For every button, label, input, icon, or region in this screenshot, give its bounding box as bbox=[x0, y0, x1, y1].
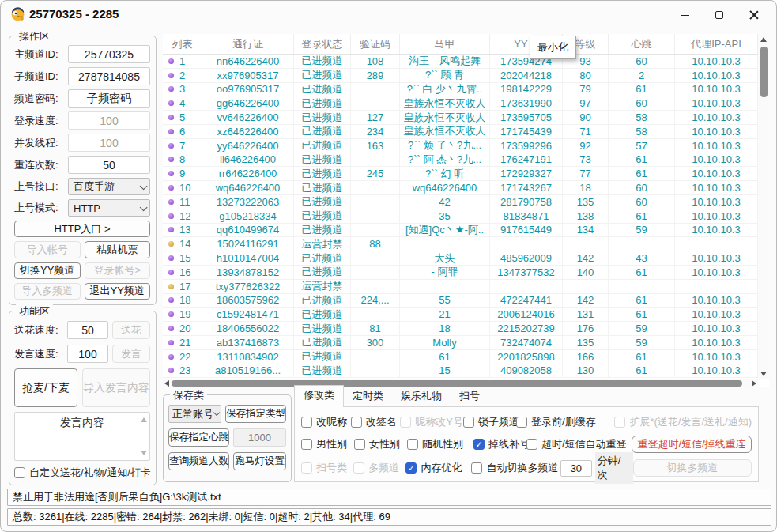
checkbox-label: 扫号类 bbox=[316, 461, 347, 475]
speech-content-text: 发言内容 bbox=[60, 416, 104, 428]
checkbox-label: 男性别 bbox=[316, 437, 347, 451]
speak-speed-input[interactable]: 100 bbox=[67, 345, 108, 363]
table-row[interactable]: 19c1592481471已进频道2120061240161316110.10.… bbox=[163, 308, 758, 322]
row-index-cell: 13 bbox=[163, 224, 202, 237]
main-channel-input[interactable]: 25770325 bbox=[68, 45, 150, 63]
login-api-select[interactable]: 百度手游 bbox=[68, 178, 150, 195]
table-row[interactable]: 4gg646226400已进频道皇族永恒不灭收人173631990976010.… bbox=[163, 96, 758, 111]
table-row[interactable]: 2xx976905317已进频道289?`` 顾 青20204421880210… bbox=[163, 69, 758, 83]
interval-minutes-input[interactable]: 30 bbox=[560, 460, 592, 477]
table-row[interactable]: 7yy646226400已进频道163?`` 烦 了丶?九...17359929… bbox=[163, 139, 758, 153]
table-row[interactable]: 21ab137416873已进频道300Molly732474074135591… bbox=[163, 336, 758, 350]
tab-modify[interactable]: 修改类 bbox=[294, 385, 344, 407]
col-vest[interactable]: 马甲 bbox=[400, 34, 490, 54]
query-channel-count-button[interactable]: 查询频道人数 bbox=[168, 452, 229, 470]
account-type-select[interactable]: 正常账号 bbox=[168, 405, 221, 423]
table-cell: a810519166... bbox=[202, 364, 294, 378]
option-checkbox[interactable]: 登录前/删缓存 bbox=[516, 415, 614, 429]
scroll-right-icon[interactable] bbox=[752, 380, 756, 387]
table-row[interactable]: 6xz646226400已进频道234皇族永恒不灭收人1717454397158… bbox=[163, 125, 758, 139]
table-row[interactable]: 23a810519166...已进频道154090820581306110.10… bbox=[163, 364, 758, 379]
table-row[interactable]: 1613934878152已进频道- 阿罪13473775321406110.1… bbox=[163, 266, 758, 280]
minimize-button[interactable] bbox=[672, 7, 697, 23]
col-passport[interactable]: 通行证 bbox=[202, 34, 294, 54]
table-row[interactable]: 1818603575962已进频道224,...5547224744114261… bbox=[163, 294, 758, 308]
table-row[interactable]: 9rr646226400已进频道245?`` 幻 听17292932777611… bbox=[163, 167, 758, 181]
table-row[interactable]: 15h1010147004已进频道大头4859620091424310.10.1… bbox=[163, 251, 758, 266]
option-checkbox[interactable]: 自动切换多频道 bbox=[471, 461, 560, 475]
scroll-down-icon[interactable] bbox=[760, 372, 767, 376]
table-cell: 18406556022 bbox=[202, 322, 294, 335]
tab-action-button[interactable]: 重登超时/短信/掉线重连 bbox=[632, 436, 752, 453]
table-cell: 已进频道 bbox=[294, 266, 351, 279]
channel-password-input[interactable]: 子频密码 bbox=[68, 89, 150, 108]
option-checkbox[interactable]: 超时/短信自动重登 bbox=[526, 437, 632, 451]
table-row[interactable]: 17txy377626322运营封禁 bbox=[163, 280, 758, 294]
option-checkbox[interactable]: 男性别 bbox=[301, 437, 354, 451]
table-row[interactable]: 1nn646226400已进频道108沟王 凤鸣起舞17359427493601… bbox=[163, 55, 758, 69]
scroll-up-icon[interactable] bbox=[760, 37, 767, 42]
col-proxy[interactable]: 代理IP-API bbox=[675, 34, 758, 54]
checkbox-label: 扩展*(送花/发言/送礼/通知) bbox=[629, 415, 752, 429]
table-row[interactable]: 2018406556022已进频道811822152027391765910.1… bbox=[163, 322, 758, 336]
summary-text: 总数: 3261|在线: 2285|密错: 264|封禁: 262|未绑: 0|… bbox=[13, 510, 390, 524]
horizontal-scroll-thumb[interactable] bbox=[172, 380, 742, 387]
table-cell: 已进频道 bbox=[294, 153, 351, 167]
table-row[interactable]: 3oo976905317已进频道?`` 白 少丶九霄..198142229796… bbox=[163, 83, 758, 97]
scroll-down-icon[interactable] bbox=[141, 451, 147, 455]
option-checkbox[interactable]: 改昵称 bbox=[301, 415, 351, 429]
grab-mic-button[interactable]: 抢麦/下麦 bbox=[14, 368, 77, 408]
tab-entertainment-gift[interactable]: 娱乐礼物 bbox=[392, 387, 451, 406]
col-captcha[interactable]: 验证码 bbox=[351, 34, 400, 54]
http-entry-button[interactable]: HTTP入口 > bbox=[14, 221, 150, 237]
vertical-scroll-thumb[interactable] bbox=[760, 47, 768, 97]
scroll-up-icon[interactable] bbox=[141, 417, 147, 422]
close-button[interactable] bbox=[741, 7, 767, 23]
option-checkbox[interactable]: 随机性别 bbox=[407, 437, 473, 451]
login-mode-select[interactable]: HTTP bbox=[68, 199, 150, 217]
table-cell: 42 bbox=[400, 195, 490, 209]
table-cell: ?`` 顾 青 bbox=[400, 69, 490, 82]
checkbox-icon bbox=[301, 439, 312, 450]
option-checkbox[interactable]: 锁子频道 bbox=[463, 415, 516, 429]
table-cell bbox=[400, 280, 490, 293]
table-row[interactable]: 8ii646226400已进频道?`` 阿 杰丶?九...17624719173… bbox=[163, 153, 758, 168]
col-list[interactable]: 列表 bbox=[163, 34, 202, 54]
row-index-cell: 9 bbox=[163, 167, 202, 180]
exit-channel-button[interactable]: 退出YY频道 bbox=[85, 283, 151, 300]
app-logo-icon bbox=[9, 6, 26, 22]
checkbox-icon bbox=[301, 417, 312, 428]
save-heartbeat-button[interactable]: 保存指定心跳 bbox=[168, 428, 229, 447]
custom-gift-checkbox[interactable]: 自定义送花/礼物/通知/打卡 bbox=[14, 466, 150, 480]
vertical-scrollbar[interactable] bbox=[758, 34, 769, 379]
table-row[interactable]: 12g105218334已进频道35818348711386110.10.10.… bbox=[163, 209, 758, 224]
tab-timer[interactable]: 定时类 bbox=[344, 387, 392, 406]
sub-channel-input[interactable]: 2787814085 bbox=[68, 67, 150, 85]
col-login-status[interactable]: 登录状态 bbox=[294, 34, 351, 54]
option-checkbox[interactable]: 改签名 bbox=[351, 415, 401, 429]
tab-scan[interactable]: 扫号 bbox=[451, 387, 488, 406]
flower-speed-input[interactable]: 50 bbox=[67, 321, 108, 339]
speech-content-textarea[interactable]: 发言内容 bbox=[14, 412, 150, 461]
col-heartbeat[interactable]: 心跳 bbox=[609, 34, 675, 54]
table-row[interactable]: 13qq610499674已进频道[知遇]Qc丶★-阿..91761544913… bbox=[163, 224, 758, 238]
paste-tickets-button[interactable]: 粘贴机票 bbox=[85, 241, 151, 258]
option-checkbox[interactable]: 女性别 bbox=[354, 437, 407, 451]
reconnect-count-input[interactable]: 50 bbox=[68, 156, 150, 174]
tab-strip: 修改类 定时类 娱乐礼物 扫号 bbox=[294, 388, 759, 407]
option-checkbox[interactable]: 掉线补号 bbox=[473, 437, 526, 451]
switch-channel-button[interactable]: 切换YY频道 bbox=[14, 262, 81, 279]
scroll-left-icon[interactable] bbox=[164, 380, 169, 387]
maximize-button[interactable] bbox=[707, 7, 732, 23]
checkbox-icon bbox=[516, 417, 527, 428]
table-row[interactable]: 1415024116291运营封禁88 bbox=[163, 237, 758, 251]
table-row[interactable]: 5vv646226400已进频道127皇族永恒不灭收人1735957059058… bbox=[163, 111, 758, 125]
table-row[interactable]: 10wq646226400已进频道wq646226400171743267186… bbox=[163, 181, 758, 195]
save-type-button[interactable]: 保存指定类型 bbox=[225, 405, 286, 423]
table-cell: 2201825898 bbox=[490, 350, 563, 364]
option-checkbox[interactable]: 内存优化 bbox=[405, 461, 471, 475]
table-row[interactable]: 2213110834902已进频道6122018258981666110.10.… bbox=[163, 350, 758, 364]
marquee-settings-button[interactable]: 跑马灯设置 bbox=[233, 452, 286, 470]
table-cell: gg646226400 bbox=[202, 96, 294, 110]
table-row[interactable]: 1113273222063已进频道422817907581356010.10.1… bbox=[163, 195, 758, 209]
